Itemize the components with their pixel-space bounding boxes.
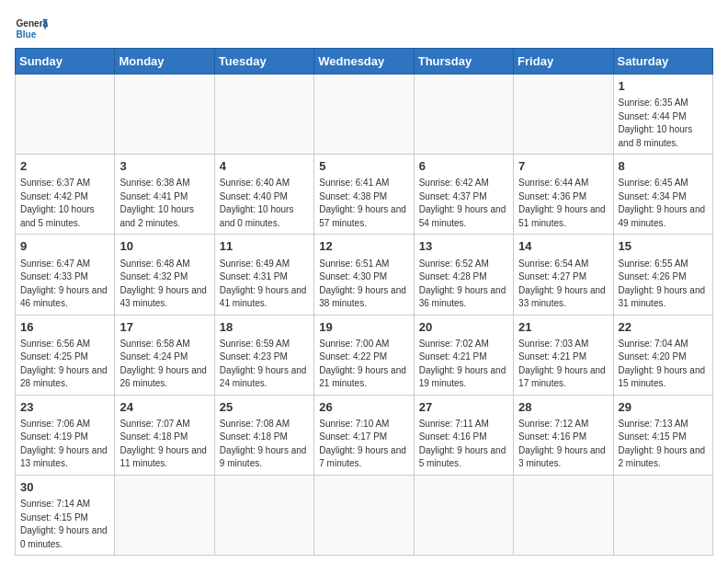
sun-info: Sunrise: 6:45 AM Sunset: 4:34 PM Dayligh… bbox=[619, 177, 708, 230]
day-number: 5 bbox=[319, 158, 408, 175]
calendar-cell: 22Sunrise: 7:04 AM Sunset: 4:20 PM Dayli… bbox=[613, 315, 712, 395]
calendar-cell: 23Sunrise: 7:06 AM Sunset: 4:19 PM Dayli… bbox=[16, 395, 115, 475]
calendar-week-3: 9Sunrise: 6:47 AM Sunset: 4:33 PM Daylig… bbox=[16, 235, 713, 315]
sun-info: Sunrise: 6:40 AM Sunset: 4:40 PM Dayligh… bbox=[220, 177, 309, 230]
calendar-cell bbox=[314, 475, 414, 555]
sun-info: Sunrise: 6:52 AM Sunset: 4:28 PM Dayligh… bbox=[419, 258, 508, 311]
calendar-cell: 4Sunrise: 6:40 AM Sunset: 4:40 PM Daylig… bbox=[214, 155, 313, 235]
sun-info: Sunrise: 7:13 AM Sunset: 4:15 PM Dayligh… bbox=[619, 418, 708, 471]
day-number: 6 bbox=[419, 158, 508, 175]
day-number: 8 bbox=[619, 158, 708, 175]
sun-info: Sunrise: 6:58 AM Sunset: 4:24 PM Dayligh… bbox=[119, 338, 209, 391]
svg-text:Blue: Blue bbox=[16, 29, 36, 40]
calendar-cell: 27Sunrise: 7:11 AM Sunset: 4:16 PM Dayli… bbox=[414, 395, 513, 475]
day-number: 26 bbox=[319, 399, 408, 416]
sun-info: Sunrise: 7:04 AM Sunset: 4:20 PM Dayligh… bbox=[619, 338, 708, 391]
logo: General Blue bbox=[15, 15, 48, 40]
sun-info: Sunrise: 6:54 AM Sunset: 4:27 PM Dayligh… bbox=[518, 258, 608, 311]
day-number: 25 bbox=[220, 399, 309, 416]
calendar-cell: 8Sunrise: 6:45 AM Sunset: 4:34 PM Daylig… bbox=[613, 155, 712, 235]
calendar-cell bbox=[214, 475, 313, 555]
calendar-cell: 11Sunrise: 6:49 AM Sunset: 4:31 PM Dayli… bbox=[214, 235, 313, 315]
sun-info: Sunrise: 6:56 AM Sunset: 4:25 PM Dayligh… bbox=[20, 338, 109, 391]
day-number: 14 bbox=[518, 238, 608, 255]
day-number: 3 bbox=[119, 158, 209, 175]
calendar-week-6: 30Sunrise: 7:14 AM Sunset: 4:15 PM Dayli… bbox=[16, 475, 713, 555]
sun-info: Sunrise: 7:07 AM Sunset: 4:18 PM Dayligh… bbox=[119, 418, 209, 471]
sun-info: Sunrise: 6:44 AM Sunset: 4:36 PM Dayligh… bbox=[518, 177, 608, 230]
day-number: 10 bbox=[119, 238, 209, 255]
sun-info: Sunrise: 6:38 AM Sunset: 4:41 PM Dayligh… bbox=[119, 177, 209, 230]
calendar-cell bbox=[214, 75, 313, 155]
day-number: 9 bbox=[20, 238, 109, 255]
sun-info: Sunrise: 6:51 AM Sunset: 4:30 PM Dayligh… bbox=[319, 258, 408, 311]
calendar-cell bbox=[514, 75, 613, 155]
day-number: 23 bbox=[20, 399, 109, 416]
day-number: 1 bbox=[619, 78, 708, 95]
weekday-header-monday: Monday bbox=[115, 49, 214, 75]
sun-info: Sunrise: 6:55 AM Sunset: 4:26 PM Dayligh… bbox=[619, 258, 708, 311]
sun-info: Sunrise: 7:11 AM Sunset: 4:16 PM Dayligh… bbox=[419, 418, 508, 471]
sun-info: Sunrise: 7:02 AM Sunset: 4:21 PM Dayligh… bbox=[419, 338, 508, 391]
weekday-header-friday: Friday bbox=[514, 49, 613, 75]
calendar-week-2: 2Sunrise: 6:37 AM Sunset: 4:42 PM Daylig… bbox=[16, 155, 713, 235]
day-number: 4 bbox=[220, 158, 309, 175]
calendar-cell: 15Sunrise: 6:55 AM Sunset: 4:26 PM Dayli… bbox=[613, 235, 712, 315]
weekday-header-thursday: Thursday bbox=[414, 49, 513, 75]
calendar-body: 1Sunrise: 6:35 AM Sunset: 4:44 PM Daylig… bbox=[16, 75, 713, 556]
calendar-cell: 12Sunrise: 6:51 AM Sunset: 4:30 PM Dayli… bbox=[314, 235, 414, 315]
calendar-cell bbox=[115, 475, 214, 555]
calendar-cell: 21Sunrise: 7:03 AM Sunset: 4:21 PM Dayli… bbox=[514, 315, 613, 395]
sun-info: Sunrise: 7:14 AM Sunset: 4:15 PM Dayligh… bbox=[20, 498, 109, 551]
calendar-cell: 5Sunrise: 6:41 AM Sunset: 4:38 PM Daylig… bbox=[314, 155, 414, 235]
day-number: 16 bbox=[20, 319, 109, 336]
sun-info: Sunrise: 6:59 AM Sunset: 4:23 PM Dayligh… bbox=[220, 338, 309, 391]
sun-info: Sunrise: 7:06 AM Sunset: 4:19 PM Dayligh… bbox=[20, 418, 109, 471]
calendar-cell: 3Sunrise: 6:38 AM Sunset: 4:41 PM Daylig… bbox=[115, 155, 214, 235]
day-number: 12 bbox=[319, 238, 408, 255]
calendar-cell: 25Sunrise: 7:08 AM Sunset: 4:18 PM Dayli… bbox=[214, 395, 313, 475]
weekday-row: SundayMondayTuesdayWednesdayThursdayFrid… bbox=[16, 49, 713, 75]
calendar-cell: 17Sunrise: 6:58 AM Sunset: 4:24 PM Dayli… bbox=[115, 315, 214, 395]
day-number: 18 bbox=[220, 319, 309, 336]
svg-text:General: General bbox=[16, 18, 48, 29]
calendar-cell: 19Sunrise: 7:00 AM Sunset: 4:22 PM Dayli… bbox=[314, 315, 414, 395]
calendar-table: SundayMondayTuesdayWednesdayThursdayFrid… bbox=[15, 48, 713, 556]
calendar-week-4: 16Sunrise: 6:56 AM Sunset: 4:25 PM Dayli… bbox=[16, 315, 713, 395]
sun-info: Sunrise: 6:35 AM Sunset: 4:44 PM Dayligh… bbox=[619, 97, 708, 150]
calendar-cell: 28Sunrise: 7:12 AM Sunset: 4:16 PM Dayli… bbox=[514, 395, 613, 475]
day-number: 17 bbox=[119, 319, 209, 336]
sun-info: Sunrise: 6:41 AM Sunset: 4:38 PM Dayligh… bbox=[319, 177, 408, 230]
calendar-cell bbox=[613, 475, 712, 555]
day-number: 13 bbox=[419, 238, 508, 255]
day-number: 15 bbox=[619, 238, 708, 255]
day-number: 28 bbox=[518, 399, 608, 416]
sun-info: Sunrise: 7:08 AM Sunset: 4:18 PM Dayligh… bbox=[220, 418, 309, 471]
calendar-week-1: 1Sunrise: 6:35 AM Sunset: 4:44 PM Daylig… bbox=[16, 75, 713, 155]
calendar-header: SundayMondayTuesdayWednesdayThursdayFrid… bbox=[16, 49, 713, 75]
calendar-cell: 18Sunrise: 6:59 AM Sunset: 4:23 PM Dayli… bbox=[214, 315, 313, 395]
day-number: 21 bbox=[518, 319, 608, 336]
sun-info: Sunrise: 7:00 AM Sunset: 4:22 PM Dayligh… bbox=[319, 338, 408, 391]
sun-info: Sunrise: 7:12 AM Sunset: 4:16 PM Dayligh… bbox=[518, 418, 608, 471]
calendar-cell bbox=[314, 75, 414, 155]
sun-info: Sunrise: 6:49 AM Sunset: 4:31 PM Dayligh… bbox=[220, 258, 309, 311]
weekday-header-saturday: Saturday bbox=[613, 49, 712, 75]
calendar-cell: 29Sunrise: 7:13 AM Sunset: 4:15 PM Dayli… bbox=[613, 395, 712, 475]
day-number: 20 bbox=[419, 319, 508, 336]
calendar-cell bbox=[16, 75, 115, 155]
calendar-cell bbox=[414, 475, 513, 555]
logo-icon: General Blue bbox=[15, 15, 48, 40]
day-number: 2 bbox=[20, 158, 109, 175]
day-number: 22 bbox=[619, 319, 708, 336]
day-number: 24 bbox=[119, 399, 209, 416]
calendar-cell: 20Sunrise: 7:02 AM Sunset: 4:21 PM Dayli… bbox=[414, 315, 513, 395]
calendar-cell: 2Sunrise: 6:37 AM Sunset: 4:42 PM Daylig… bbox=[16, 155, 115, 235]
day-number: 7 bbox=[518, 158, 608, 175]
day-number: 11 bbox=[220, 238, 309, 255]
day-number: 29 bbox=[619, 399, 708, 416]
sun-info: Sunrise: 7:03 AM Sunset: 4:21 PM Dayligh… bbox=[518, 338, 608, 391]
calendar-cell: 6Sunrise: 6:42 AM Sunset: 4:37 PM Daylig… bbox=[414, 155, 513, 235]
day-number: 19 bbox=[319, 319, 408, 336]
calendar-cell: 14Sunrise: 6:54 AM Sunset: 4:27 PM Dayli… bbox=[514, 235, 613, 315]
